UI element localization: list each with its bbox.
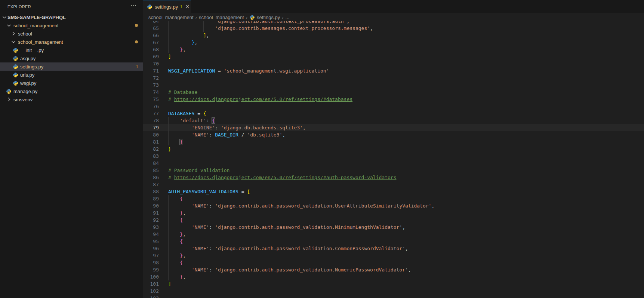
code-line-89[interactable]: 89 { <box>143 195 644 202</box>
breadcrumb-item-file[interactable]: settings.py <box>257 15 280 20</box>
code-line-90[interactable]: 90 'NAME': 'django.contrib.auth.password… <box>143 202 644 209</box>
line-number[interactable]: 97 <box>143 252 168 259</box>
code-line-100[interactable]: 100 }, <box>143 273 644 280</box>
line-number[interactable]: 103 <box>143 295 168 298</box>
tab-settings-py[interactable]: settings.py 1 × <box>143 0 191 13</box>
line-number[interactable]: 100 <box>143 273 168 280</box>
code-line-93[interactable]: 93 'NAME': 'django.contrib.auth.password… <box>143 224 644 231</box>
line-number[interactable]: 88 <box>143 188 168 195</box>
line-number[interactable]: 70 <box>143 60 168 67</box>
line-number[interactable]: 83 <box>143 153 168 160</box>
code-line-79[interactable]: 79 'ENGINE': 'django.db.backends.sqlite3… <box>143 124 644 131</box>
line-number[interactable]: 87 <box>143 181 168 188</box>
code-line-94[interactable]: 94 }, <box>143 231 644 238</box>
code-line-69[interactable]: 69] <box>143 53 644 60</box>
chevron-down-icon[interactable] <box>6 22 12 28</box>
line-number[interactable]: 95 <box>143 238 168 245</box>
line-number[interactable]: 80 <box>143 131 168 138</box>
code-line-88[interactable]: 88AUTH_PASSWORD_VALIDATORS = [ <box>143 188 644 195</box>
chevron-down-icon[interactable] <box>10 39 16 45</box>
code-line-70[interactable]: 70 <box>143 60 644 67</box>
line-number[interactable]: 89 <box>143 195 168 202</box>
more-actions-icon[interactable]: ⋯ <box>130 1 136 9</box>
code-line-76[interactable]: 76 <box>143 103 644 110</box>
chevron-right-icon[interactable] <box>6 96 12 102</box>
line-number[interactable]: 84 <box>143 160 168 167</box>
line-number[interactable]: 73 <box>143 82 168 89</box>
tree-item-school-management[interactable]: school_management <box>0 38 143 46</box>
line-number[interactable]: 79 <box>143 124 168 131</box>
code-line-103[interactable]: 103 <box>143 295 644 298</box>
tree-item-settings-py[interactable]: settings.py1 <box>0 62 143 71</box>
chevron-right-icon[interactable] <box>10 31 16 37</box>
code-line-97[interactable]: 97 }, <box>143 252 644 259</box>
line-number[interactable]: 66 <box>143 32 168 39</box>
line-number[interactable]: 69 <box>143 53 168 60</box>
code-line-81[interactable]: 81 } <box>143 138 644 145</box>
tree-item--init-py[interactable]: __init__.py <box>0 46 143 54</box>
line-number[interactable]: 78 <box>143 117 168 124</box>
line-number[interactable]: 91 <box>143 209 168 216</box>
line-number[interactable]: 99 <box>143 266 168 273</box>
breadcrumb-item-subfolder[interactable]: school_management <box>199 15 244 20</box>
code-line-80[interactable]: 80 'NAME': BASE_DIR / 'db.sqlite3', <box>143 131 644 138</box>
code-line-85[interactable]: 85# Password validation <box>143 167 644 174</box>
code-line-98[interactable]: 98 { <box>143 259 644 266</box>
line-number[interactable]: 101 <box>143 280 168 288</box>
line-number[interactable]: 64 <box>143 21 168 25</box>
code-line-92[interactable]: 92 { <box>143 216 644 224</box>
tree-item-manage-py[interactable]: manage.py <box>0 87 143 95</box>
code-line-67[interactable]: 67 }, <box>143 39 644 46</box>
line-number[interactable]: 92 <box>143 216 168 224</box>
line-number[interactable]: 94 <box>143 231 168 238</box>
code-line-99[interactable]: 99 'NAME': 'django.contrib.auth.password… <box>143 266 644 273</box>
line-number[interactable]: 75 <box>143 96 168 103</box>
line-number[interactable]: 72 <box>143 74 168 82</box>
line-number[interactable]: 74 <box>143 89 168 96</box>
tree-item-wsgi-py[interactable]: wsgi.py <box>0 79 143 87</box>
code-line-95[interactable]: 95 { <box>143 238 644 245</box>
code-line-66[interactable]: 66 ], <box>143 32 644 39</box>
tree-item-asgi-py[interactable]: asgi.py <box>0 54 143 62</box>
breadcrumb-item-folder[interactable]: school_management <box>148 15 194 20</box>
code-line-71[interactable]: 71WSGI_APPLICATION = 'school_management.… <box>143 67 644 74</box>
code-line-83[interactable]: 83 <box>143 153 644 160</box>
tree-item-smsvenv[interactable]: smsvenv <box>0 95 143 104</box>
code-line-86[interactable]: 86# https://docs.djangoproject.com/en/5.… <box>143 174 644 181</box>
code-line-72[interactable]: 72 <box>143 74 644 82</box>
code-line-102[interactable]: 102 <box>143 288 644 295</box>
line-number[interactable]: 82 <box>143 145 168 153</box>
line-number[interactable]: 90 <box>143 202 168 209</box>
line-number[interactable]: 81 <box>143 138 168 145</box>
line-number[interactable]: 86 <box>143 174 168 181</box>
tree-item-urls-py[interactable]: urls.py <box>0 71 143 79</box>
chevron-down-icon[interactable] <box>1 14 7 20</box>
code-line-82[interactable]: 82} <box>143 145 644 153</box>
line-number[interactable]: 68 <box>143 46 168 53</box>
line-number[interactable]: 102 <box>143 288 168 295</box>
code-line-75[interactable]: 75# https://docs.djangoproject.com/en/5.… <box>143 96 644 103</box>
code-line-101[interactable]: 101] <box>143 280 644 288</box>
line-number[interactable]: 76 <box>143 103 168 110</box>
code-line-78[interactable]: 78 'default': { <box>143 117 644 124</box>
tree-root-sms-sample-graphql[interactable]: SMS-SAMPLE-GRAPHQL <box>0 13 143 21</box>
code-line-84[interactable]: 84 <box>143 160 644 167</box>
code-line-64[interactable]: 64 'django.contrib.auth.context_processo… <box>143 21 644 25</box>
code-line-73[interactable]: 73 <box>143 82 644 89</box>
code-line-74[interactable]: 74# Database <box>143 89 644 96</box>
line-number[interactable]: 65 <box>143 25 168 32</box>
close-icon[interactable]: × <box>186 4 189 10</box>
code-line-96[interactable]: 96 'NAME': 'django.contrib.auth.password… <box>143 245 644 252</box>
line-number[interactable]: 93 <box>143 224 168 231</box>
line-number[interactable]: 85 <box>143 167 168 174</box>
code-line-77[interactable]: 77DATABASES = { <box>143 110 644 117</box>
code-line-65[interactable]: 65 'django.contrib.messages.context_proc… <box>143 25 644 32</box>
code-line-91[interactable]: 91 }, <box>143 209 644 216</box>
line-number[interactable]: 98 <box>143 259 168 266</box>
tree-item-school[interactable]: school <box>0 30 143 38</box>
breadcrumb-item-symbol[interactable]: ... <box>286 15 290 20</box>
code-line-87[interactable]: 87 <box>143 181 644 188</box>
line-number[interactable]: 71 <box>143 67 168 74</box>
comment-link[interactable]: https://docs.djangoproject.com/en/5.0/re… <box>174 96 352 102</box>
line-number[interactable]: 96 <box>143 245 168 252</box>
